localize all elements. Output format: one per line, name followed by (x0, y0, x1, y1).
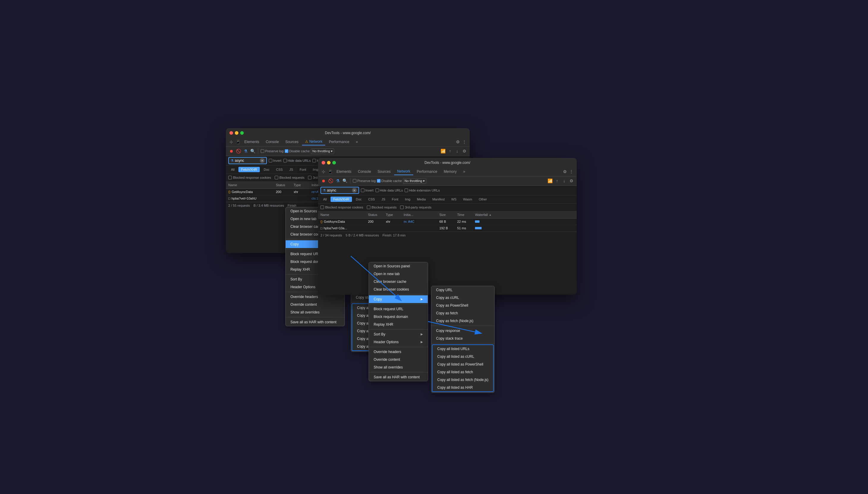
search-input-1[interactable] (235, 158, 259, 163)
search-button-2[interactable]: 🔍 (342, 178, 348, 184)
tab-sources-1[interactable]: Sources (282, 138, 301, 145)
col-name-header-1[interactable]: Name (228, 183, 276, 187)
submenu-copy-all-listed-urls-2[interactable]: Copy all listed URLs (433, 345, 493, 353)
filter-icon-1[interactable]: ⚗ (242, 148, 249, 154)
menu-override-content-2[interactable]: Override content (369, 356, 428, 363)
menu-save-har-2[interactable]: Save all as HAR with content (369, 373, 428, 381)
tab-more-1[interactable]: » (353, 138, 361, 145)
upload-icon-1[interactable]: ↑ (447, 148, 453, 154)
maximize-button-1[interactable] (240, 131, 244, 135)
menu-open-new-tab-2[interactable]: Open in new tab (369, 270, 428, 278)
filter-icon-2[interactable]: ⚗ (335, 178, 341, 184)
search-button-1[interactable]: 🔍 (250, 148, 256, 154)
table-row-2a[interactable]: {} GetAsyncData 200 xhr m: A4C 68 B 22 m… (318, 218, 577, 225)
tab-network-2[interactable]: Network (394, 168, 413, 175)
chip-img-2[interactable]: Img (402, 196, 413, 202)
menu-block-url-2[interactable]: Block request URL (369, 305, 428, 313)
tab-memory-2[interactable]: Memory (441, 168, 459, 175)
col-status-header-1[interactable]: Status (276, 183, 294, 187)
tab-console-1[interactable]: Console (263, 138, 282, 145)
disable-cache-check-2[interactable]: Disable cache (377, 179, 402, 183)
menu-sort-by-2[interactable]: Sort By ▶ (369, 330, 428, 338)
tab-console-2[interactable]: Console (355, 168, 374, 175)
chip-fetchxhr-1[interactable]: Fetch/XHR (238, 167, 260, 172)
blocked-response-check-2[interactable]: Blocked response cookies (320, 206, 363, 209)
menu-header-options-2[interactable]: Header Options ▶ (369, 338, 428, 346)
record-button-1[interactable]: ⏺ (228, 148, 234, 154)
tab-elements-1[interactable]: Elements (241, 138, 262, 145)
submenu-copy-powershell-2[interactable]: Copy as PowerShell (431, 302, 494, 309)
chip-font-1[interactable]: Font (297, 167, 309, 172)
clear-search-button-2[interactable]: ✕ (352, 188, 357, 193)
col-initiator-header-2[interactable]: Initia... (404, 213, 439, 216)
hide-ext-checkbox-2[interactable] (405, 189, 408, 192)
clear-search-button-1[interactable]: ✕ (260, 158, 264, 163)
preserve-log-checkbox-1[interactable] (261, 149, 264, 153)
clear-log-button-2[interactable]: 🚫 (328, 178, 334, 184)
disable-cache-checkbox-1[interactable] (285, 149, 288, 153)
col-status-header-2[interactable]: Status (368, 213, 386, 216)
menu-open-sources-2[interactable]: Open in Sources panel (369, 262, 428, 270)
tab-sources-2[interactable]: Sources (375, 168, 394, 175)
settings-icon-2[interactable]: ⚙ (562, 169, 568, 175)
network-settings-icon-1[interactable]: ⚙ (461, 148, 467, 154)
menu-clear-cookies-2[interactable]: Clear browser cookies (369, 286, 428, 293)
chip-doc-1[interactable]: Doc (261, 167, 272, 172)
col-name-header-2[interactable]: Name (320, 213, 368, 216)
record-button-2[interactable]: ⏺ (320, 178, 327, 184)
more-options-icon-2[interactable]: ⋮ (568, 169, 574, 175)
invert-checkbox-2[interactable] (361, 189, 364, 192)
menu-block-domain-2[interactable]: Block request domain (369, 313, 428, 321)
col-time-header-2[interactable]: Time (457, 213, 475, 216)
hide-data-checkbox-1[interactable] (283, 159, 287, 163)
disable-cache-check-1[interactable]: Disable cache (285, 149, 310, 153)
upload-icon-2[interactable]: ↑ (554, 178, 560, 184)
submenu-copy-curl-2[interactable]: Copy as cURL (431, 294, 494, 302)
menu-clear-cache-2[interactable]: Clear browser cache (369, 278, 428, 286)
chip-media-2[interactable]: Media (414, 196, 428, 202)
wifi-icon-2[interactable]: 📶 (547, 178, 553, 184)
submenu-copy-fetch-2[interactable]: Copy as fetch (431, 309, 494, 317)
network-settings-icon-2[interactable]: ⚙ (568, 178, 574, 184)
col-type-header-2[interactable]: Type (386, 213, 404, 216)
close-button-2[interactable] (322, 161, 325, 165)
hide-ext-check-2[interactable]: Hide extension URLs (405, 189, 440, 192)
submenu-copy-all-listed-curl-2[interactable]: Copy all listed as cURL (433, 353, 493, 360)
search-box-2[interactable]: ⚗ ✕ (320, 187, 359, 194)
hide-data-checkbox-2[interactable] (375, 189, 379, 192)
chip-other-2[interactable]: Other (476, 196, 490, 202)
chip-wasm-2[interactable]: Wasm (460, 196, 475, 202)
chip-css-2[interactable]: CSS (366, 196, 378, 202)
chip-font-2[interactable]: Font (389, 196, 401, 202)
settings-icon-1[interactable]: ⚙ (455, 139, 461, 145)
preserve-log-check-1[interactable]: Preserve log (261, 149, 283, 153)
blocked-requests-check-2[interactable]: Blocked requests (367, 206, 397, 209)
chip-ws-2[interactable]: WS (449, 196, 459, 202)
submenu-copy-all-listed-fetch-node-2[interactable]: Copy all listed as fetch (Node.js) (433, 376, 493, 384)
device-icon[interactable]: 📱 (235, 139, 241, 145)
invert-checkbox-1[interactable] (269, 159, 272, 163)
chip-manifest-2[interactable]: Manifest (430, 196, 447, 202)
more-options-icon-1[interactable]: ⋮ (461, 139, 467, 145)
submenu-copy-all-listed-har-2[interactable]: Copy all listed as HAR (433, 384, 493, 392)
throttle-select-2[interactable]: No throttling ▾ (403, 178, 426, 184)
maximize-button-2[interactable] (332, 161, 336, 165)
chip-css-1[interactable]: CSS (274, 167, 286, 172)
blocked-response-check-1[interactable]: Blocked response cookies (228, 176, 271, 179)
menu-replay-xhr-2[interactable]: Replay XHR (369, 321, 428, 328)
chip-all-2[interactable]: All (320, 196, 329, 202)
chip-all-1[interactable]: All (228, 167, 237, 172)
clear-log-button-1[interactable]: 🚫 (235, 148, 241, 154)
chip-fetchxhr-2[interactable]: Fetch/XHR (331, 196, 352, 202)
menu-show-overrides-1[interactable]: Show all overrides (286, 308, 344, 316)
third-party-check-2[interactable]: 3rd-party requests (400, 206, 431, 209)
tab-performance-2[interactable]: Performance (414, 168, 440, 175)
select-tool-icon-2[interactable]: ⊹ (320, 169, 327, 175)
hide-ext-checkbox-1[interactable] (312, 159, 316, 163)
throttle-select-1[interactable]: No throttling ▾ (311, 148, 334, 154)
wifi-icon-1[interactable]: 📶 (440, 148, 446, 154)
menu-show-overrides-2[interactable]: Show all overrides (369, 363, 428, 371)
submenu-copy-all-listed-fetch-2[interactable]: Copy all listed as fetch (433, 368, 493, 376)
close-button-1[interactable] (230, 131, 233, 135)
tab-elements-2[interactable]: Elements (334, 168, 354, 175)
